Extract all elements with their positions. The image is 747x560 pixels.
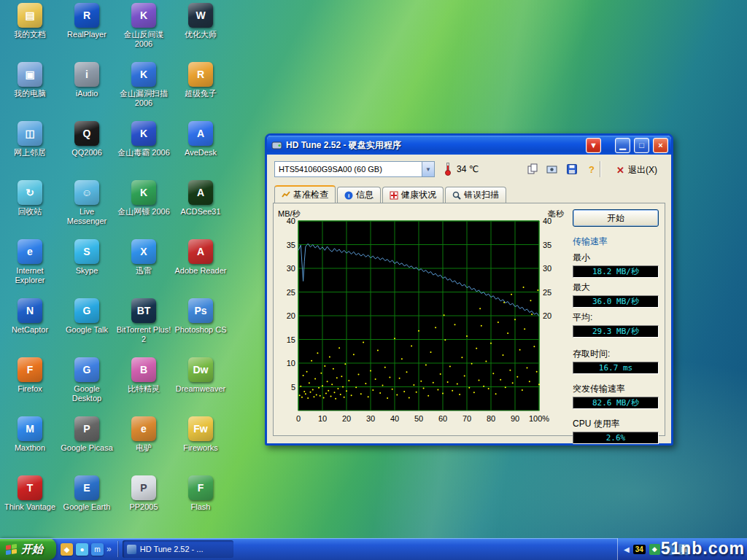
desktop-icon-netcaptor[interactable]: NNetCaptor bbox=[2, 298, 58, 357]
exit-button[interactable]: ✕ 退出(X) bbox=[611, 161, 662, 179]
chevron-down-icon[interactable]: ▼ bbox=[422, 162, 434, 176]
desktop-icon-firefox[interactable]: FFirefox bbox=[2, 357, 58, 416]
desktop-icon-youhua-dashi[interactable]: W优化大师 bbox=[173, 3, 228, 62]
desktop-icon-label: Skype bbox=[76, 266, 98, 276]
desktop-icon-super-rabbit[interactable]: R超级兔子 bbox=[173, 62, 228, 121]
quicklaunch-overflow-chevron[interactable]: » bbox=[107, 544, 112, 554]
kingsoft-netguard-icon: K bbox=[131, 180, 156, 205]
desktop-icon-label: 电驴 bbox=[136, 443, 152, 453]
desktop-icon-thinkvantage[interactable]: TThink Vantage bbox=[2, 475, 58, 534]
titlebar[interactable]: HD Tune 2.52 - 硬盘实用程序 ▼ ▁ □ × bbox=[267, 136, 671, 155]
desktop-icon-bittorrent[interactable]: BTBitTorrent Plus! 2 bbox=[116, 298, 171, 357]
maximize-button[interactable]: □ bbox=[634, 138, 649, 153]
desktop-icon-label: Google Picasa bbox=[61, 443, 113, 453]
desktop-icon-label: AveDesk bbox=[185, 148, 217, 158]
start-button[interactable]: 开始 bbox=[573, 209, 659, 227]
save-button[interactable] bbox=[563, 160, 581, 178]
svg-text:MB/秒: MB/秒 bbox=[278, 209, 301, 218]
hdtune-tray-temperature[interactable]: 34 bbox=[633, 545, 646, 554]
avedesk-icon: A bbox=[188, 121, 213, 146]
desktop-icon-label: NetCaptor bbox=[12, 325, 48, 335]
desktop-icon-google-earth[interactable]: EGoogle Earth bbox=[59, 475, 115, 534]
kingsoft-duba-icon: K bbox=[131, 121, 156, 146]
desktop-icon-emule[interactable]: e电驴 bbox=[116, 416, 171, 475]
desktop-icon-kingsoft-scan[interactable]: K金山漏洞扫描 2006 bbox=[116, 62, 171, 121]
desktop-icon-label: Flash bbox=[191, 502, 211, 512]
desktop-icon-label: 金山毒霸 2006 bbox=[117, 148, 170, 158]
desktop-icon-iaudio[interactable]: iiAudio bbox=[59, 62, 115, 121]
desktop-icon-label: 我的电脑 bbox=[14, 89, 46, 98]
desktop-icon-qq2006[interactable]: QQQ2006 bbox=[59, 121, 115, 180]
desktop-icon-maxthon[interactable]: MMaxthon bbox=[2, 416, 58, 475]
svg-text:25: 25 bbox=[287, 288, 295, 297]
copy-button[interactable] bbox=[524, 160, 541, 178]
svg-text:15: 15 bbox=[287, 335, 295, 344]
desktop-icon-adobe-reader[interactable]: AAdobe Reader bbox=[173, 239, 228, 298]
desktop-icon-fireworks[interactable]: FwFireworks bbox=[173, 416, 228, 475]
desktop-icon-dreamweaver[interactable]: DwDreamweaver bbox=[173, 357, 228, 416]
desktop-icon-label: BitTorrent Plus! 2 bbox=[116, 325, 171, 343]
tray-collapse-chevron-icon[interactable]: ◀ bbox=[624, 545, 630, 553]
photoshop-icon: Ps bbox=[188, 298, 213, 323]
svg-text:10: 10 bbox=[287, 359, 295, 368]
svg-text:i: i bbox=[348, 192, 349, 199]
desktop-icon-flash[interactable]: FFlash bbox=[173, 475, 228, 534]
minimize-button[interactable]: ▁ bbox=[615, 138, 630, 153]
desktop-icon-thunder[interactable]: X迅雷 bbox=[116, 239, 171, 298]
live-messenger-icon: ☺ bbox=[74, 180, 99, 205]
benchmark-tab-page: 4035302520151054035302520010203040506070… bbox=[273, 203, 665, 436]
close-button[interactable]: × bbox=[653, 138, 668, 153]
google-desktop-icon: G bbox=[74, 357, 99, 382]
desktop-icon-kingsoft-duba[interactable]: K金山毒霸 2006 bbox=[116, 121, 171, 180]
desktop-icon-label: 我的文档 bbox=[14, 30, 46, 39]
desktop-icon-live-messenger[interactable]: ☺Live Messenger bbox=[59, 180, 115, 239]
screenshot-icon bbox=[546, 163, 558, 175]
desktop-icon-bitspirit[interactable]: B比特精灵 bbox=[116, 357, 171, 416]
tab-health[interactable]: 健康状况 bbox=[382, 187, 444, 203]
desktop-icon-label: Internet Explorer bbox=[2, 266, 58, 284]
desktop-icon-realplayer[interactable]: RRealPlayer bbox=[59, 3, 115, 62]
drive-select[interactable]: HTS541060G9SA00 (60 GB) ▼ bbox=[274, 161, 435, 177]
desktop-icon-pp2005[interactable]: PPP2005 bbox=[116, 475, 171, 534]
svg-text:70: 70 bbox=[462, 414, 471, 423]
screenshot-button[interactable] bbox=[543, 160, 561, 178]
start-menu-label: 开始 bbox=[21, 542, 43, 556]
desktop-icon-recycle-bin[interactable]: ↻回收站 bbox=[2, 180, 58, 239]
desktop-icon-kingsoft-netguard[interactable]: K金山网镖 2006 bbox=[116, 180, 171, 239]
tab-error-scan[interactable]: 错误扫描 bbox=[445, 187, 506, 203]
taskbar-task-hdtune[interactable]: HD Tune 2.52 - ... bbox=[123, 540, 233, 558]
google-picasa-icon: P bbox=[74, 416, 99, 441]
desktop-icon-my-documents[interactable]: ▤我的文档 bbox=[2, 3, 58, 62]
tray-antivirus-icon[interactable]: ◆ bbox=[649, 544, 660, 555]
tray-network-icon[interactable]: ▣ bbox=[678, 544, 689, 555]
desktop-icon-kingsoft-antispy[interactable]: K金山反间谍 2006 bbox=[116, 3, 171, 62]
desktop-icon-skype[interactable]: SSkype bbox=[59, 239, 115, 298]
quicklaunch-maxthon-icon[interactable]: m bbox=[91, 543, 104, 556]
desktop-icon-internet-explorer[interactable]: eInternet Explorer bbox=[2, 239, 58, 298]
options-button[interactable]: ? bbox=[583, 160, 600, 178]
start-menu-button[interactable]: 开始 bbox=[0, 538, 56, 560]
svg-text:毫秒: 毫秒 bbox=[548, 209, 565, 218]
tab-benchmark[interactable]: 基准检查 bbox=[274, 185, 336, 203]
desktop-icon-network-places[interactable]: ◫网上邻居 bbox=[2, 121, 58, 180]
transfer-rate-title: 传输速率 bbox=[573, 236, 659, 248]
desktop-icon-acdsee[interactable]: AACDSee31 bbox=[173, 180, 228, 239]
benchmark-chart: 4035302520151054035302520010203040506070… bbox=[276, 208, 565, 428]
desktop-icon-google-desktop[interactable]: GGoogle Desktop bbox=[59, 357, 115, 416]
tab-health-label: 健康状况 bbox=[401, 189, 436, 201]
desktop-icon-my-computer[interactable]: ▣我的电脑 bbox=[2, 62, 58, 121]
desktop-icon-google-talk[interactable]: GGoogle Talk bbox=[59, 298, 115, 357]
svg-text:90: 90 bbox=[511, 414, 519, 423]
desktop-icon-google-picasa[interactable]: PGoogle Picasa bbox=[59, 416, 115, 475]
quicklaunch-messenger-icon[interactable]: ● bbox=[76, 543, 88, 556]
quicklaunch-media-icon[interactable]: ◆ bbox=[61, 543, 73, 556]
tray-minimize-button[interactable]: ▼ bbox=[586, 138, 601, 153]
acdsee-icon: A bbox=[188, 180, 213, 205]
desktop-icon-label: 金山漏洞扫描 2006 bbox=[116, 89, 171, 107]
burst-rate-value: 82.6 MB/秒 bbox=[573, 397, 659, 409]
desktop-icon-photoshop[interactable]: PsPhotoshop CS bbox=[173, 298, 228, 357]
tab-info[interactable]: i 信息 bbox=[337, 187, 381, 203]
cpu-usage-label: CPU 使用率 bbox=[573, 418, 659, 430]
desktop-icon-avedesk[interactable]: AAveDesk bbox=[173, 121, 228, 180]
tray-volume-icon[interactable]: ♪ bbox=[664, 544, 675, 555]
